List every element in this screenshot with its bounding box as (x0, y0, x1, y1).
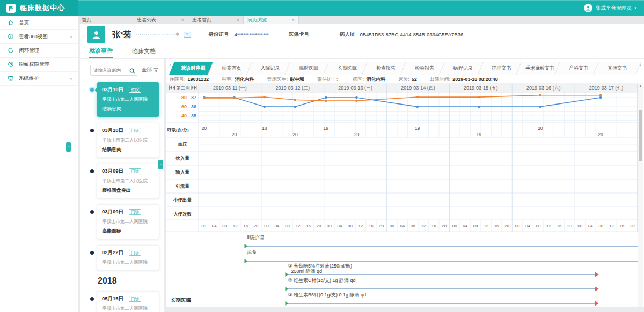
admission-field-3: 管床医生:彭中和 (267, 76, 305, 83)
close-icon[interactable]: × (237, 17, 239, 23)
temperature-point (325, 96, 327, 99)
tab-clinical-docs[interactable]: 临床文档 (132, 47, 156, 57)
time-axis-tick: 20 (504, 224, 509, 228)
sidebar-item-label: 闭环管理 (19, 47, 39, 54)
close-icon[interactable]: × (181, 17, 184, 23)
patient-name: 张*菊 (112, 29, 131, 40)
home-icon (8, 19, 14, 27)
event-type-badge: 门诊 (129, 250, 141, 256)
respiration-value: 19 (477, 132, 482, 137)
respiration-value: 20 (538, 125, 543, 131)
sidebar-item-2[interactable]: 患者360视图∨ (0, 30, 78, 44)
doc-tab-label: 产科文书 (569, 65, 588, 72)
date-header-label: 2019-03-16 (六) (526, 85, 561, 91)
chevron-down-icon: ∨ (70, 77, 72, 81)
user-menu[interactable]: 集成平台管理员 ▾ (584, 0, 636, 16)
scrollbar-thumb[interactable] (639, 110, 642, 161)
timeline-year-marker: 2018 (98, 276, 164, 286)
admission-field-label: 病区: (353, 77, 364, 82)
window-tab-label: 患者首页 (192, 17, 211, 24)
sidebar-item-1[interactable]: 首页 (0, 16, 78, 30)
timeline-dot (90, 251, 94, 255)
timeline-connector (92, 85, 92, 312)
timeline-event-card[interactable]: 03月09日门诊平顶山市第二人民医院高脂血症 (97, 204, 159, 239)
filter-control[interactable]: 全部 (142, 66, 158, 73)
event-date: 03月09日 (102, 209, 123, 216)
scroll-up-arrow[interactable]: ▲ (638, 83, 643, 88)
doc-tab-label: 长期医嘱 (338, 65, 357, 72)
doc-tab-9[interactable]: 护理文书 (482, 61, 521, 75)
admission-field-7: 出院时间:2019-03-18 08:20:48 (430, 76, 498, 83)
sidebar-item-label: 脱敏权限管理 (19, 61, 49, 68)
doc-tab-7[interactable]: 检验报告 (405, 61, 444, 75)
pulse-point (599, 94, 602, 96)
sidebar-item-4[interactable]: 脱敏权限管理 (0, 58, 78, 72)
time-axis-tick: 12 (358, 224, 363, 228)
doc-tab-6[interactable]: 检查报告 (367, 61, 405, 75)
doc-tabs-next-arrow[interactable]: › (638, 62, 643, 68)
respiration-value: 20 (598, 132, 603, 137)
doc-tab-12[interactable]: 其他文书 (598, 61, 636, 75)
respiration-value: 20 (354, 132, 360, 137)
temp-axis-tick: 35 (191, 113, 196, 118)
doc-tab-5[interactable]: 长期医嘱 (328, 61, 367, 75)
visit-timeline-panel: 全部 03月10日住院平顶山市第二人民医院结肠息肉03月10日门诊平顶山市第二人… (80, 59, 164, 312)
window-tab-3[interactable]: 患者首页× (188, 16, 244, 24)
patient-avatar (87, 26, 105, 43)
sidebar-item-label: 系统维护 (19, 75, 39, 82)
doc-tab-label: 检查报告 (376, 65, 396, 72)
time-axis-tick: 00 (201, 224, 206, 228)
event-diagnosis: 高脂血症 (102, 228, 154, 235)
time-axis-tick: 16 (306, 224, 311, 228)
sidebar-item-3[interactable]: 闭环管理 (0, 44, 78, 58)
time-axis-tick: 00 (515, 224, 520, 228)
tab-visit-events[interactable]: 就诊事件 (89, 47, 113, 58)
admission-field-value: 52 (412, 77, 417, 82)
timeline-event-card[interactable]: 05月15日门诊平顶山市第二人民医院 (97, 291, 159, 312)
pulse-axis-tick: 60 (181, 104, 187, 109)
search-icon[interactable] (129, 66, 135, 76)
time-axis-tick: 00 (390, 224, 394, 228)
timeline-date-row: 02月22日门诊 (102, 249, 154, 256)
order-text: Ⅱ级护理 (247, 235, 264, 240)
timeline-event-card[interactable]: 03月10日门诊平顶山市第二人民医院结肠息肉 (97, 123, 159, 158)
vitals-row-label: 饮入量 (175, 155, 189, 161)
pulse-point (478, 96, 480, 98)
time-axis-tick: 16 (557, 224, 562, 228)
timeline-event-card[interactable]: 02月22日门诊平顶山市第二人民医院 (97, 245, 159, 270)
time-axis-tick: 08 (222, 224, 227, 228)
doc-tab-2[interactable]: 病案首页 (213, 61, 251, 75)
sidebar-collapse-handle[interactable]: ≡ (66, 142, 71, 152)
doc-tab-11[interactable]: 产科文书 (559, 61, 598, 75)
date-header-label: 2019-03-13 (三) (338, 85, 372, 91)
time-axis-tick: 08 (598, 224, 603, 228)
user-name: 集成平台管理员 (596, 5, 632, 12)
loop-icon (8, 47, 14, 55)
patient-gender-badge: ** (184, 32, 191, 38)
doc-tab-4[interactable]: 临时医嘱 (289, 61, 328, 75)
timeline-event-card[interactable]: 03月10日住院平顶山市第二人民医院结肠息肉 (97, 82, 159, 117)
timeline-dot (90, 297, 94, 301)
time-axis-tick: 20 (442, 224, 447, 228)
chevron-down-icon: ▾ (634, 6, 636, 10)
sidebar-item-5[interactable]: 系统维护∨ (0, 72, 78, 86)
event-diagnosis: 结肠息肉 (102, 146, 154, 153)
doc-tab-3[interactable]: 入院记录 (251, 61, 290, 75)
event-hospital: 平顶山市第二人民医院 (102, 178, 154, 184)
close-icon[interactable]: × (292, 17, 295, 23)
window-tab-1[interactable]: 首页 (78, 16, 133, 24)
temperature-point (355, 96, 357, 99)
timeline-dot (90, 88, 94, 92)
week-nav-bar (197, 86, 197, 90)
window-tab-2[interactable]: 患者列表× (133, 16, 188, 24)
respiration-value: 18 (262, 125, 267, 131)
timeline-event-card[interactable]: 03月09日门诊平顶山市第二人民医院腰椎间盘突出 (97, 164, 159, 198)
pulse-point (233, 97, 235, 99)
order-start-marker (244, 244, 247, 248)
window-tab-4[interactable]: 病历浏览× (244, 16, 299, 24)
doc-tab-1[interactable]: 就诊时序图 (174, 61, 213, 75)
doc-tab-8[interactable]: 病程记录 (444, 61, 482, 75)
vitals-row-label: 引流量 (175, 183, 189, 189)
timeline-collapse-handle[interactable]: ≡ (158, 160, 163, 169)
doc-tab-10[interactable]: 手术麻醉文书 (521, 61, 559, 75)
